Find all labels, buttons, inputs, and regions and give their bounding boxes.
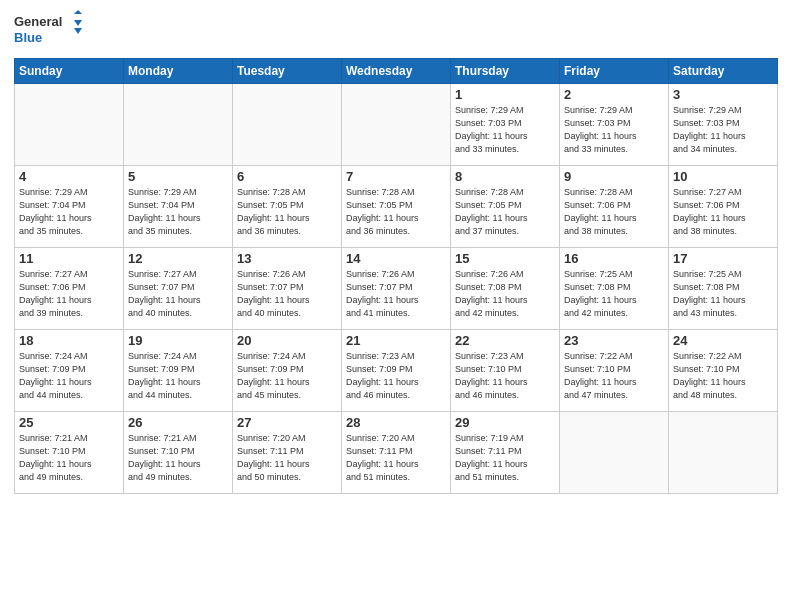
day-number: 23: [564, 333, 664, 348]
day-info: Sunrise: 7:20 AM Sunset: 7:11 PM Dayligh…: [346, 432, 446, 484]
calendar-cell: 29Sunrise: 7:19 AM Sunset: 7:11 PM Dayli…: [451, 412, 560, 494]
day-number: 29: [455, 415, 555, 430]
day-number: 10: [673, 169, 773, 184]
day-info: Sunrise: 7:26 AM Sunset: 7:08 PM Dayligh…: [455, 268, 555, 320]
day-info: Sunrise: 7:25 AM Sunset: 7:08 PM Dayligh…: [564, 268, 664, 320]
day-info: Sunrise: 7:19 AM Sunset: 7:11 PM Dayligh…: [455, 432, 555, 484]
day-number: 1: [455, 87, 555, 102]
calendar-cell: [669, 412, 778, 494]
day-info: Sunrise: 7:26 AM Sunset: 7:07 PM Dayligh…: [237, 268, 337, 320]
day-number: 3: [673, 87, 773, 102]
page-header: General Blue: [14, 10, 778, 52]
calendar-cell: 2Sunrise: 7:29 AM Sunset: 7:03 PM Daylig…: [560, 84, 669, 166]
day-info: Sunrise: 7:24 AM Sunset: 7:09 PM Dayligh…: [19, 350, 119, 402]
weekday-header-row: SundayMondayTuesdayWednesdayThursdayFrid…: [15, 59, 778, 84]
calendar-cell: 3Sunrise: 7:29 AM Sunset: 7:03 PM Daylig…: [669, 84, 778, 166]
calendar-cell: 22Sunrise: 7:23 AM Sunset: 7:10 PM Dayli…: [451, 330, 560, 412]
calendar-cell: 21Sunrise: 7:23 AM Sunset: 7:09 PM Dayli…: [342, 330, 451, 412]
day-number: 19: [128, 333, 228, 348]
day-number: 13: [237, 251, 337, 266]
day-number: 26: [128, 415, 228, 430]
day-info: Sunrise: 7:26 AM Sunset: 7:07 PM Dayligh…: [346, 268, 446, 320]
day-number: 18: [19, 333, 119, 348]
calendar-cell: 26Sunrise: 7:21 AM Sunset: 7:10 PM Dayli…: [124, 412, 233, 494]
calendar-cell: [342, 84, 451, 166]
day-info: Sunrise: 7:22 AM Sunset: 7:10 PM Dayligh…: [673, 350, 773, 402]
weekday-header-friday: Friday: [560, 59, 669, 84]
calendar-cell: [560, 412, 669, 494]
calendar-cell: 8Sunrise: 7:28 AM Sunset: 7:05 PM Daylig…: [451, 166, 560, 248]
day-info: Sunrise: 7:20 AM Sunset: 7:11 PM Dayligh…: [237, 432, 337, 484]
week-row-3: 11Sunrise: 7:27 AM Sunset: 7:06 PM Dayli…: [15, 248, 778, 330]
day-number: 22: [455, 333, 555, 348]
calendar-cell: 16Sunrise: 7:25 AM Sunset: 7:08 PM Dayli…: [560, 248, 669, 330]
week-row-1: 1Sunrise: 7:29 AM Sunset: 7:03 PM Daylig…: [15, 84, 778, 166]
day-info: Sunrise: 7:28 AM Sunset: 7:05 PM Dayligh…: [346, 186, 446, 238]
weekday-header-sunday: Sunday: [15, 59, 124, 84]
svg-marker-3: [74, 20, 82, 26]
calendar-cell: 25Sunrise: 7:21 AM Sunset: 7:10 PM Dayli…: [15, 412, 124, 494]
day-info: Sunrise: 7:29 AM Sunset: 7:04 PM Dayligh…: [128, 186, 228, 238]
weekday-header-saturday: Saturday: [669, 59, 778, 84]
day-info: Sunrise: 7:28 AM Sunset: 7:06 PM Dayligh…: [564, 186, 664, 238]
day-info: Sunrise: 7:23 AM Sunset: 7:09 PM Dayligh…: [346, 350, 446, 402]
svg-marker-2: [74, 10, 82, 14]
calendar-cell: 9Sunrise: 7:28 AM Sunset: 7:06 PM Daylig…: [560, 166, 669, 248]
day-info: Sunrise: 7:28 AM Sunset: 7:05 PM Dayligh…: [455, 186, 555, 238]
calendar-cell: 10Sunrise: 7:27 AM Sunset: 7:06 PM Dayli…: [669, 166, 778, 248]
day-number: 12: [128, 251, 228, 266]
svg-text:General: General: [14, 14, 62, 29]
calendar-cell: 15Sunrise: 7:26 AM Sunset: 7:08 PM Dayli…: [451, 248, 560, 330]
calendar-cell: 27Sunrise: 7:20 AM Sunset: 7:11 PM Dayli…: [233, 412, 342, 494]
calendar-cell: 11Sunrise: 7:27 AM Sunset: 7:06 PM Dayli…: [15, 248, 124, 330]
day-number: 16: [564, 251, 664, 266]
day-number: 14: [346, 251, 446, 266]
weekday-header-wednesday: Wednesday: [342, 59, 451, 84]
week-row-5: 25Sunrise: 7:21 AM Sunset: 7:10 PM Dayli…: [15, 412, 778, 494]
calendar-cell: 19Sunrise: 7:24 AM Sunset: 7:09 PM Dayli…: [124, 330, 233, 412]
svg-text:Blue: Blue: [14, 30, 42, 45]
day-info: Sunrise: 7:27 AM Sunset: 7:07 PM Dayligh…: [128, 268, 228, 320]
day-info: Sunrise: 7:24 AM Sunset: 7:09 PM Dayligh…: [237, 350, 337, 402]
calendar-cell: 4Sunrise: 7:29 AM Sunset: 7:04 PM Daylig…: [15, 166, 124, 248]
calendar-cell: 23Sunrise: 7:22 AM Sunset: 7:10 PM Dayli…: [560, 330, 669, 412]
weekday-header-monday: Monday: [124, 59, 233, 84]
day-number: 4: [19, 169, 119, 184]
day-info: Sunrise: 7:29 AM Sunset: 7:03 PM Dayligh…: [673, 104, 773, 156]
week-row-2: 4Sunrise: 7:29 AM Sunset: 7:04 PM Daylig…: [15, 166, 778, 248]
day-info: Sunrise: 7:28 AM Sunset: 7:05 PM Dayligh…: [237, 186, 337, 238]
day-number: 27: [237, 415, 337, 430]
logo: General Blue: [14, 10, 84, 52]
day-number: 28: [346, 415, 446, 430]
day-number: 5: [128, 169, 228, 184]
calendar-cell: [233, 84, 342, 166]
day-number: 2: [564, 87, 664, 102]
day-info: Sunrise: 7:29 AM Sunset: 7:04 PM Dayligh…: [19, 186, 119, 238]
day-number: 17: [673, 251, 773, 266]
calendar-cell: 24Sunrise: 7:22 AM Sunset: 7:10 PM Dayli…: [669, 330, 778, 412]
calendar-cell: 13Sunrise: 7:26 AM Sunset: 7:07 PM Dayli…: [233, 248, 342, 330]
day-number: 25: [19, 415, 119, 430]
calendar-table: SundayMondayTuesdayWednesdayThursdayFrid…: [14, 58, 778, 494]
calendar-cell: 1Sunrise: 7:29 AM Sunset: 7:03 PM Daylig…: [451, 84, 560, 166]
day-number: 11: [19, 251, 119, 266]
day-info: Sunrise: 7:27 AM Sunset: 7:06 PM Dayligh…: [19, 268, 119, 320]
logo-svg: General Blue: [14, 10, 84, 52]
svg-marker-4: [74, 28, 82, 34]
calendar-cell: 18Sunrise: 7:24 AM Sunset: 7:09 PM Dayli…: [15, 330, 124, 412]
calendar-cell: 14Sunrise: 7:26 AM Sunset: 7:07 PM Dayli…: [342, 248, 451, 330]
calendar-cell: 7Sunrise: 7:28 AM Sunset: 7:05 PM Daylig…: [342, 166, 451, 248]
calendar-cell: 6Sunrise: 7:28 AM Sunset: 7:05 PM Daylig…: [233, 166, 342, 248]
day-number: 7: [346, 169, 446, 184]
day-number: 21: [346, 333, 446, 348]
day-number: 6: [237, 169, 337, 184]
calendar-cell: 20Sunrise: 7:24 AM Sunset: 7:09 PM Dayli…: [233, 330, 342, 412]
weekday-header-thursday: Thursday: [451, 59, 560, 84]
day-info: Sunrise: 7:21 AM Sunset: 7:10 PM Dayligh…: [128, 432, 228, 484]
day-info: Sunrise: 7:21 AM Sunset: 7:10 PM Dayligh…: [19, 432, 119, 484]
day-info: Sunrise: 7:29 AM Sunset: 7:03 PM Dayligh…: [455, 104, 555, 156]
day-number: 8: [455, 169, 555, 184]
day-number: 15: [455, 251, 555, 266]
day-number: 20: [237, 333, 337, 348]
calendar-cell: [124, 84, 233, 166]
